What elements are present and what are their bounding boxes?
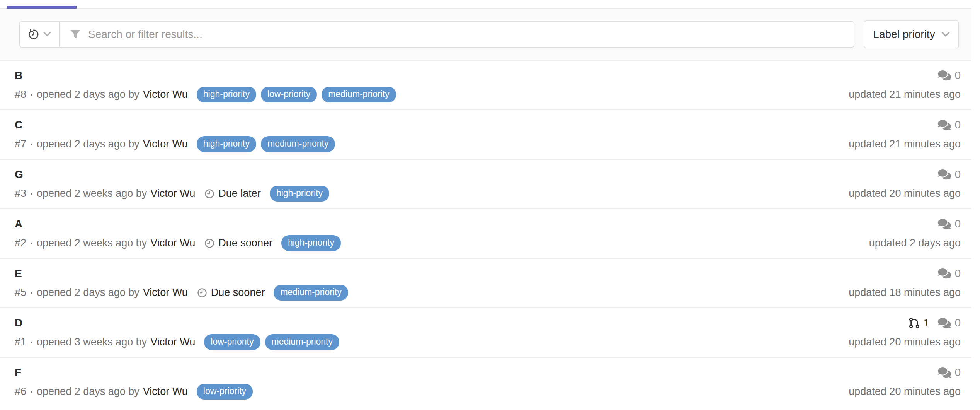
issue-title-link[interactable]: D: [15, 316, 339, 330]
due-date: Due sooner: [197, 285, 265, 300]
label-pill[interactable]: medium-priority: [265, 334, 339, 350]
issue-main: G #3 · opened 2 weeks ago by Victor Wu D…: [15, 167, 329, 202]
issue-row: D #1 · opened 3 weeks ago by Victor Wu l…: [0, 308, 971, 358]
comments: 0: [938, 68, 961, 82]
comments-icon: [938, 70, 951, 81]
issue-row: A #2 · opened 2 weeks ago by Victor Wu D…: [0, 209, 971, 259]
issue-list: B #8 · opened 2 days ago by Victor Wu hi…: [0, 61, 971, 407]
updated-text: updated 18 minutes ago: [849, 285, 961, 300]
author-link[interactable]: Victor Wu: [143, 87, 188, 102]
counts: 0: [938, 167, 961, 181]
label-pill[interactable]: high-priority: [281, 235, 341, 251]
filter-bar: Search or filter results... Label priori…: [0, 9, 971, 61]
comment-count: 0: [954, 366, 961, 379]
issue-reference: #2: [15, 236, 26, 250]
comments-icon: [938, 119, 951, 131]
issue-reference: #6: [15, 384, 26, 399]
meta-separator: ·: [30, 137, 33, 151]
comment-count: 0: [954, 68, 961, 82]
opened-text: opened 2 days ago by: [37, 87, 140, 102]
labels: high-priority: [270, 186, 329, 202]
issue-side: 0 updated 20 minutes ago: [849, 366, 961, 399]
filter-icon: [70, 30, 80, 39]
counts: 0: [938, 118, 961, 132]
search-input[interactable]: Search or filter results...: [60, 22, 854, 47]
issue-meta: #6 · opened 2 days ago by Victor Wu low-…: [15, 384, 253, 400]
counts: 0: [938, 366, 961, 379]
comments: 0: [938, 118, 961, 132]
comment-count: 0: [954, 266, 961, 280]
label-pill[interactable]: low-priority: [261, 87, 317, 102]
due-date: Due later: [204, 186, 261, 201]
updated-text: updated 20 minutes ago: [849, 384, 961, 399]
opened-text: opened 2 days ago by: [37, 285, 140, 300]
comments-icon: [938, 317, 951, 329]
tab-bar: [0, 0, 971, 9]
opened-text: opened 2 days ago by: [37, 384, 140, 399]
issue-main: D #1 · opened 3 weeks ago by Victor Wu l…: [15, 316, 339, 350]
counts: 0: [938, 217, 961, 231]
author-link[interactable]: Victor Wu: [150, 186, 195, 201]
issue-row: F #6 · opened 2 days ago by Victor Wu lo…: [0, 358, 971, 407]
issue-reference: #5: [15, 285, 26, 300]
merge-requests: 1: [909, 316, 930, 330]
label-pill[interactable]: medium-priority: [261, 136, 335, 152]
label-pill[interactable]: high-priority: [197, 87, 256, 102]
issue-side: 0 updated 21 minutes ago: [849, 118, 961, 151]
issue-meta: #2 · opened 2 weeks ago by Victor Wu Due…: [15, 235, 341, 251]
due-date: Due sooner: [204, 236, 272, 250]
author-link[interactable]: Victor Wu: [150, 335, 195, 349]
issue-meta: #5 · opened 2 days ago by Victor Wu Due …: [15, 285, 348, 301]
search-box: Search or filter results...: [19, 21, 854, 48]
sort-dropdown[interactable]: Label priority: [864, 20, 959, 48]
updated-text: updated 2 days ago: [869, 236, 961, 250]
history-icon: [28, 29, 39, 40]
comments: 0: [938, 316, 961, 330]
sort-dropdown-label: Label priority: [873, 28, 935, 41]
labels: low-prioritymedium-priority: [204, 334, 339, 350]
author-link[interactable]: Victor Wu: [150, 236, 195, 250]
opened-text: opened 2 weeks ago by: [37, 186, 147, 201]
label-pill[interactable]: high-priority: [270, 186, 329, 202]
issue-title-link[interactable]: E: [15, 266, 348, 280]
comment-count: 0: [954, 217, 961, 231]
comment-count: 0: [954, 167, 961, 181]
updated-text: updated 21 minutes ago: [849, 87, 961, 102]
labels: medium-priority: [274, 285, 348, 301]
issues-page: Search or filter results... Label priori…: [0, 0, 980, 410]
label-pill[interactable]: medium-priority: [322, 87, 396, 102]
issue-title-link[interactable]: A: [15, 217, 341, 231]
meta-separator: ·: [30, 285, 33, 300]
meta-separator: ·: [30, 87, 33, 102]
comment-count: 0: [954, 316, 961, 330]
issue-reference: #1: [15, 335, 26, 349]
issue-title-link[interactable]: F: [15, 366, 253, 379]
author-link[interactable]: Victor Wu: [143, 137, 188, 151]
labels: high-prioritymedium-priority: [197, 136, 335, 152]
label-pill[interactable]: low-priority: [197, 384, 253, 400]
clock-icon: [197, 287, 208, 298]
author-link[interactable]: Victor Wu: [143, 285, 188, 300]
updated-text: updated 20 minutes ago: [849, 335, 961, 349]
clock-icon: [204, 188, 215, 199]
issue-row: B #8 · opened 2 days ago by Victor Wu hi…: [0, 61, 971, 110]
label-pill[interactable]: high-priority: [197, 136, 256, 152]
meta-separator: ·: [30, 384, 33, 399]
author-link[interactable]: Victor Wu: [143, 384, 188, 399]
issue-meta: #8 · opened 2 days ago by Victor Wu high…: [15, 87, 396, 102]
updated-text: updated 21 minutes ago: [849, 137, 961, 151]
issue-title-link[interactable]: C: [15, 118, 335, 132]
recent-searches-button[interactable]: [20, 22, 60, 47]
issue-title-link[interactable]: G: [15, 167, 329, 181]
label-pill[interactable]: medium-priority: [274, 285, 348, 301]
counts: 1 0: [909, 316, 961, 330]
issue-side: 0 updated 18 minutes ago: [849, 266, 961, 300]
issue-main: F #6 · opened 2 days ago by Victor Wu lo…: [15, 366, 253, 400]
issue-meta: #3 · opened 2 weeks ago by Victor Wu Due…: [15, 186, 329, 202]
label-pill[interactable]: low-priority: [204, 334, 260, 350]
issue-row: C #7 · opened 2 days ago by Victor Wu hi…: [0, 110, 971, 160]
issue-row: G #3 · opened 2 weeks ago by Victor Wu D…: [0, 160, 971, 209]
active-tab-indicator[interactable]: [7, 6, 77, 9]
meta-separator: ·: [30, 236, 33, 250]
issue-title-link[interactable]: B: [15, 68, 396, 82]
